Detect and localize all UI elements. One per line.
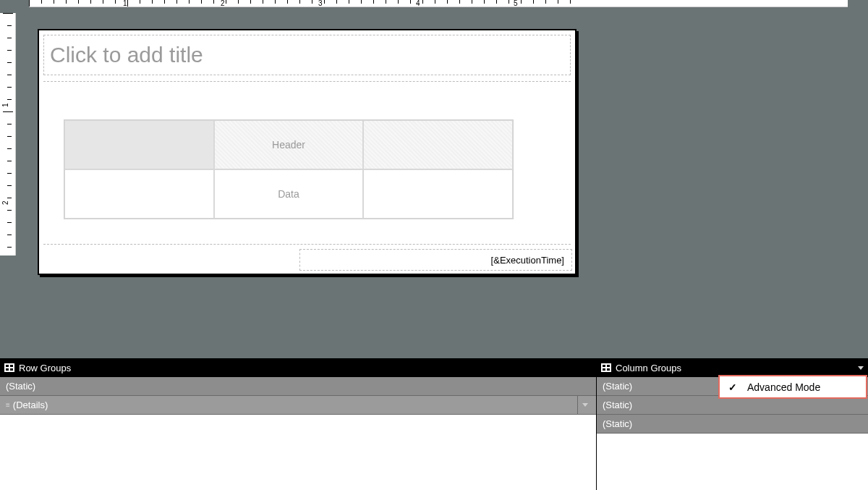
row-group-item[interactable]: ≡ (Details) — [0, 396, 596, 415]
row-groups-list: (Static) ≡ (Details) — [0, 377, 596, 490]
ruler-label: 2 — [221, 0, 225, 7]
row-groups-header[interactable]: Row Groups — [0, 358, 596, 377]
ruler-vertical: 1 2 — [0, 13, 16, 255]
design-canvas[interactable]: Click to add title Header Data [&Executi… — [29, 13, 868, 358]
menu-item-advanced-mode[interactable]: Advanced Mode — [747, 381, 820, 393]
report-title-placeholder[interactable]: Click to add title — [43, 35, 571, 75]
ruler-label: 1 — [1, 103, 9, 107]
ruler-label: 1 — [123, 0, 127, 7]
group-item-label: (Details) — [13, 400, 48, 410]
group-item-label: (Static) — [603, 381, 632, 392]
tablix-data-row[interactable]: Data — [64, 169, 513, 219]
group-item-label: (Static) — [603, 400, 632, 410]
report-page[interactable]: Click to add title Header Data [&Executi… — [38, 29, 576, 275]
chevron-down-icon — [582, 403, 588, 407]
tablix-cell[interactable] — [363, 120, 513, 169]
tablix-cell[interactable]: Data — [214, 169, 364, 219]
column-groups-title: Column Groups — [616, 363, 681, 373]
grid-icon — [601, 363, 611, 372]
row-groups-column: Row Groups (Static) ≡ (Details) — [0, 358, 597, 490]
footer-expression: [&ExecutionTime] — [491, 255, 564, 266]
check-icon: ✓ — [728, 381, 737, 393]
ruler-label: 3 — [318, 0, 323, 7]
cell-text: Data — [278, 188, 299, 200]
title-placeholder-text: Click to add title — [50, 43, 203, 67]
group-item-dropdown[interactable] — [577, 396, 592, 414]
tablix-cell[interactable] — [64, 120, 214, 169]
group-item-label: (Static) — [603, 418, 632, 429]
ruler-vertical-wrap: 1 2 — [0, 13, 16, 255]
row-group-item[interactable]: (Static) — [0, 377, 596, 396]
cell-text: Header — [272, 139, 305, 151]
column-groups-menu-button[interactable] — [858, 366, 864, 370]
tablix[interactable]: Header Data — [64, 119, 514, 219]
report-body[interactable]: Header Data — [43, 81, 571, 245]
ruler-label: 4 — [416, 0, 420, 7]
ruler-end — [848, 0, 868, 7]
grouping-pane-menu[interactable]: ✓ Advanced Mode — [718, 375, 867, 399]
ruler-label: 5 — [514, 0, 518, 7]
tablix-cell[interactable] — [363, 169, 513, 219]
column-group-item[interactable]: (Static) — [597, 415, 868, 434]
row-groups-title: Row Groups — [19, 363, 71, 373]
details-icon: ≡ — [6, 401, 9, 409]
tablix-header-row[interactable]: Header — [64, 120, 513, 169]
tablix-cell[interactable] — [64, 169, 214, 219]
report-footer[interactable]: [&ExecutionTime] — [299, 249, 572, 271]
ruler-label: 2 — [1, 200, 9, 205]
tablix-cell[interactable]: Header — [214, 120, 364, 169]
grid-icon — [4, 363, 14, 372]
ruler-horizontal: 1 2 3 4 5 — [29, 0, 868, 7]
group-item-label: (Static) — [6, 381, 35, 392]
